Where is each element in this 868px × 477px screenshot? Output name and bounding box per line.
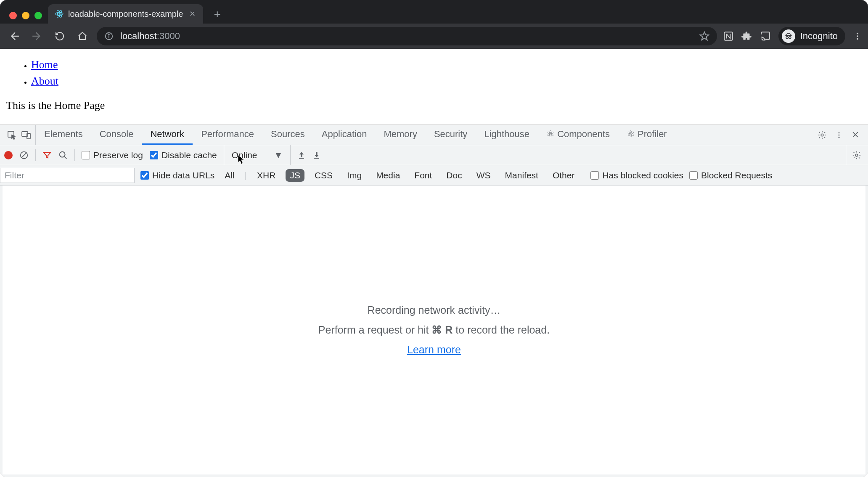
incognito-label: Incognito <box>800 31 838 42</box>
browser-tab[interactable]: loadable-components-example ✕ <box>48 4 203 24</box>
devtools-tab-console[interactable]: Console <box>91 125 142 145</box>
window-close-button[interactable] <box>9 12 17 19</box>
incognito-indicator[interactable]: Incognito <box>778 27 845 45</box>
toolbar-right: Incognito <box>723 27 862 45</box>
empty-state-line2: Perform a request or hit ⌘ R to record t… <box>318 324 550 336</box>
devtools-panel: Elements Console Network Performance Sou… <box>0 125 868 477</box>
clear-button[interactable] <box>19 151 29 160</box>
notion-extension-icon[interactable] <box>723 31 734 42</box>
devtools-tabbar: Elements Console Network Performance Sou… <box>0 125 868 145</box>
window-minimize-button[interactable] <box>22 12 29 19</box>
preserve-log-label: Preserve log <box>93 150 143 160</box>
cast-icon[interactable] <box>760 31 771 42</box>
nav-list: Home About <box>6 56 862 89</box>
browser-chrome: loadable-components-example ✕ + <box>0 0 868 49</box>
filter-type-css[interactable]: CSS <box>310 169 337 182</box>
filter-type-js[interactable]: JS <box>286 169 304 182</box>
svg-line-22 <box>21 152 27 158</box>
tab-title: loadable-components-example <box>68 9 183 19</box>
devtools-tab-memory[interactable]: Memory <box>375 125 425 145</box>
bookmark-star-icon[interactable] <box>699 31 709 41</box>
devtools-tab-security[interactable]: Security <box>426 125 476 145</box>
empty-state-line1: Recording network activity… <box>368 304 501 316</box>
disable-cache-label: Disable cache <box>161 150 217 160</box>
devtools-close-icon[interactable] <box>851 130 860 140</box>
filter-type-all[interactable]: All <box>220 169 238 182</box>
filter-type-other[interactable]: Other <box>548 169 579 182</box>
chevron-down-icon: ▼ <box>274 150 283 160</box>
page-body-text: This is the Home Page <box>6 99 862 112</box>
filter-type-media[interactable]: Media <box>372 169 404 182</box>
search-icon[interactable] <box>58 151 68 160</box>
hide-data-urls-checkbox[interactable]: Hide data URLs <box>140 170 214 180</box>
incognito-icon <box>782 29 795 43</box>
reload-button[interactable] <box>51 28 68 45</box>
throttling-value: Online <box>232 150 257 160</box>
filter-type-doc[interactable]: Doc <box>442 169 466 182</box>
svg-point-17 <box>821 134 823 136</box>
throttling-select[interactable]: Online ▼ <box>224 145 291 165</box>
filter-type-img[interactable]: Img <box>343 169 366 182</box>
svg-point-18 <box>839 132 840 133</box>
blocked-requests-checkbox[interactable]: Blocked Requests <box>689 170 772 180</box>
nav-link-about[interactable]: About <box>31 75 58 87</box>
record-button[interactable] <box>4 151 13 159</box>
svg-point-9 <box>786 37 788 39</box>
extensions-icon[interactable] <box>741 31 752 42</box>
svg-point-13 <box>857 38 858 40</box>
svg-line-24 <box>64 156 67 159</box>
filter-type-ws[interactable]: WS <box>472 169 495 182</box>
svg-point-11 <box>857 33 858 34</box>
url-text: localhost:3000 <box>120 31 180 42</box>
page-content: Home About This is the Home Page <box>0 49 868 125</box>
devtools-tab-performance[interactable]: Performance <box>193 125 262 145</box>
site-info-icon[interactable] <box>104 32 114 41</box>
nav-link-home[interactable]: Home <box>31 58 58 71</box>
filter-toggle-icon[interactable] <box>42 151 52 160</box>
learn-more-link[interactable]: Learn more <box>407 344 461 356</box>
home-button[interactable] <box>74 28 91 45</box>
react-favicon-icon <box>55 9 64 19</box>
svg-point-23 <box>60 151 65 157</box>
svg-point-19 <box>839 134 840 135</box>
network-filterbar: Hide data URLs All | XHR JS CSS Img Medi… <box>0 165 868 186</box>
browser-menu-button[interactable] <box>853 32 862 41</box>
svg-point-27 <box>855 154 858 156</box>
devtools-tab-profiler[interactable]: ⚛ Profiler <box>618 125 675 145</box>
svg-point-20 <box>839 136 840 138</box>
network-toolbar: Preserve log Disable cache Online ▼ <box>0 145 868 165</box>
network-empty-state: Recording network activity… Perform a re… <box>0 186 868 477</box>
svg-rect-25 <box>299 158 304 159</box>
svg-point-12 <box>857 35 858 37</box>
svg-point-6 <box>108 34 109 35</box>
tab-close-button[interactable]: ✕ <box>188 9 197 19</box>
devtools-tab-network[interactable]: Network <box>142 125 193 145</box>
device-toolbar-icon[interactable] <box>21 130 31 140</box>
devtools-more-icon[interactable] <box>835 130 843 140</box>
back-button[interactable] <box>6 28 23 45</box>
disable-cache-checkbox[interactable]: Disable cache <box>150 150 217 160</box>
svg-marker-7 <box>700 32 709 40</box>
window-maximize-button[interactable] <box>34 12 42 19</box>
network-settings-icon[interactable] <box>846 145 864 165</box>
devtools-tab-components[interactable]: ⚛ Components <box>538 125 618 145</box>
devtools-tab-lighthouse[interactable]: Lighthouse <box>476 125 538 145</box>
address-bar[interactable]: localhost:3000 <box>97 27 717 45</box>
devtools-tab-elements[interactable]: Elements <box>36 125 91 145</box>
inspect-element-icon[interactable] <box>7 130 17 140</box>
filter-type-manifest[interactable]: Manifest <box>501 169 542 182</box>
has-blocked-cookies-checkbox[interactable]: Has blocked cookies <box>590 170 683 180</box>
has-blocked-cookies-label: Has blocked cookies <box>602 170 683 180</box>
devtools-tab-sources[interactable]: Sources <box>262 125 313 145</box>
download-har-icon[interactable] <box>312 151 321 159</box>
preserve-log-checkbox[interactable]: Preserve log <box>82 150 143 160</box>
devtools-settings-icon[interactable] <box>818 130 827 140</box>
devtools-tab-application[interactable]: Application <box>313 125 376 145</box>
filter-type-font[interactable]: Font <box>410 169 436 182</box>
tab-strip: loadable-components-example ✕ + <box>0 0 868 24</box>
filter-type-xhr[interactable]: XHR <box>253 169 280 182</box>
new-tab-button[interactable]: + <box>203 8 230 24</box>
forward-button[interactable] <box>29 28 45 45</box>
filter-input[interactable] <box>0 168 135 183</box>
upload-har-icon[interactable] <box>297 151 306 159</box>
